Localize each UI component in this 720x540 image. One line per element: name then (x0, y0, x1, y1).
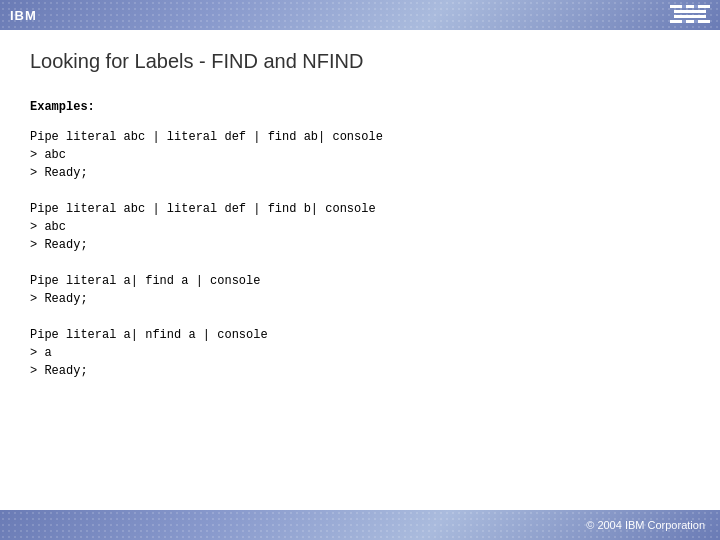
footer-copyright: © 2004 IBM Corporation (586, 519, 705, 531)
code-line-2-3: > Ready; (30, 236, 690, 254)
svg-rect-0 (670, 5, 710, 8)
examples-label: Examples: (30, 98, 690, 116)
code-block-1: Pipe literal abc | literal def | find ab… (30, 128, 690, 182)
code-line-1-1: Pipe literal abc | literal def | find ab… (30, 128, 690, 146)
code-line-3-2: > Ready; (30, 290, 690, 308)
svg-rect-3 (670, 20, 710, 23)
code-line-1-3: > Ready; (30, 164, 690, 182)
header-bar: IBM (0, 0, 720, 30)
footer-bar: © 2004 IBM Corporation (0, 510, 720, 540)
code-line-2-2: > abc (30, 218, 690, 236)
ibm-logo-icon (670, 5, 710, 25)
svg-rect-6 (682, 20, 686, 23)
code-block-3: Pipe literal a| find a | console > Ready… (30, 272, 690, 308)
code-examples-area: Examples: Pipe literal abc | literal def… (30, 98, 690, 380)
header-ibm-label: IBM (10, 8, 37, 23)
code-line-3-1: Pipe literal a| find a | console (30, 272, 690, 290)
svg-rect-1 (674, 10, 706, 13)
code-block-4: Pipe literal a| nfind a | console > a > … (30, 326, 690, 380)
code-line-4-1: Pipe literal a| nfind a | console (30, 326, 690, 344)
svg-rect-7 (694, 20, 698, 23)
code-block-2: Pipe literal abc | literal def | find b|… (30, 200, 690, 254)
code-line-1-2: > abc (30, 146, 690, 164)
main-content: Looking for Labels - FIND and NFIND Exam… (0, 30, 720, 418)
code-line-2-1: Pipe literal abc | literal def | find b|… (30, 200, 690, 218)
code-line-4-3: > Ready; (30, 362, 690, 380)
svg-rect-5 (694, 5, 698, 8)
page-title: Looking for Labels - FIND and NFIND (30, 50, 690, 73)
svg-rect-4 (682, 5, 686, 8)
svg-rect-2 (674, 15, 706, 18)
code-line-4-2: > a (30, 344, 690, 362)
